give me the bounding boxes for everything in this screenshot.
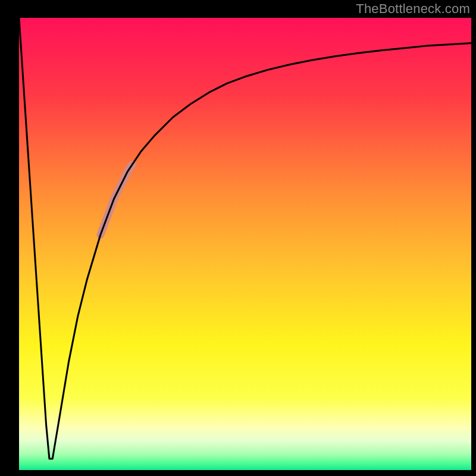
attribution-text: TheBottleneck.com — [356, 1, 470, 17]
chart-frame: TheBottleneck.com — [0, 0, 476, 476]
gradient-background — [19, 18, 471, 470]
plot-area — [19, 18, 471, 470]
plot-svg — [19, 18, 471, 470]
